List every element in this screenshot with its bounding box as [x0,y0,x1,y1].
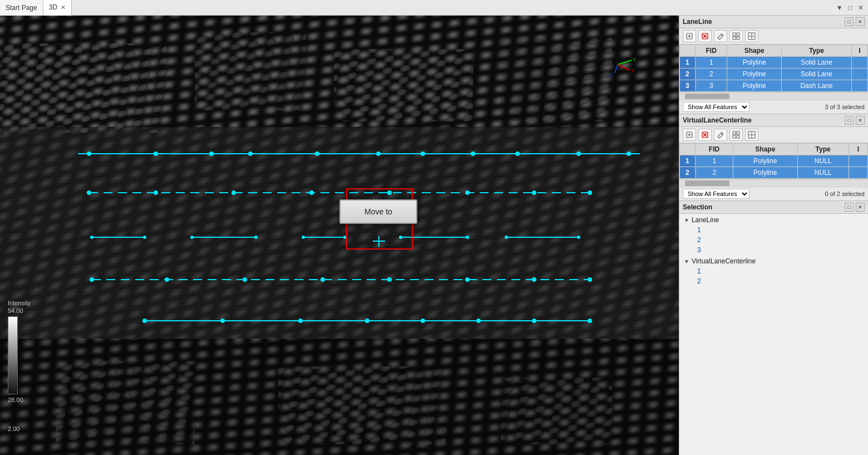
laneline-col-fid[interactable]: FID [696,45,727,57]
laneline-col-shape[interactable]: Shape [727,45,782,57]
laneline-row-fid: 3 [696,80,727,92]
tab-3d-close[interactable]: ✕ [61,4,66,11]
virtuallane-remove-btn[interactable] [698,129,712,141]
selection-group-laneline-header: ▼ LaneLine [684,216,864,224]
svg-rect-69 [733,33,736,36]
selection-virtuallane-item-2[interactable]: 2 [684,276,864,286]
selection-close-btn[interactable]: ✕ [856,203,865,212]
tab-start-page[interactable]: Start Page [0,0,43,16]
laneline-row-type: Solid Lane [781,57,851,69]
virtuallane-table-row[interactable]: 1 1 Polyline NULL [680,155,868,167]
tab-3d-label: 3D [49,3,57,11]
laneline-group-chevron[interactable]: ▼ [684,217,689,223]
laneline-edit-btn[interactable] [714,30,727,42]
laneline-merge-btn[interactable] [745,30,758,42]
selection-win-btns: □ ✕ [845,203,865,212]
virtuallane-col-fid[interactable]: FID [696,144,733,155]
selection-laneline-item-3[interactable]: 3 [684,245,864,255]
virtuallane-table: FID Shape Type I 1 1 Polyline NULL 2 2 P… [679,143,868,179]
virtuallane-col-shape[interactable]: Shape [733,144,798,155]
move-to-popup[interactable]: Move to [339,199,417,224]
svg-rect-71 [733,37,736,40]
virtuallane-row-fid: 2 [696,167,733,179]
virtuallane-add-btn[interactable] [683,129,696,141]
selection-group-virtuallane: ▼ VirtualLaneCenterline 1 2 [684,257,864,286]
virtuallane-win-btns: □ ✕ [845,116,865,125]
laneline-table-row[interactable]: 1 1 Polyline Solid Lane [680,57,868,69]
laneline-row-type: Dash Lane [781,80,851,92]
laneline-table-row[interactable]: 3 3 Polyline Dash Lane [680,80,868,92]
virtuallane-group-chevron[interactable]: ▼ [684,258,689,265]
virtuallane-row-fid: 1 [696,155,733,167]
virtuallane-row-shape: Polyline [733,155,798,167]
intensity-bar-row [8,315,31,395]
laneline-row-fid: 2 [696,69,727,80]
laneline-close-btn[interactable]: ✕ [856,17,865,26]
svg-rect-84 [737,131,739,134]
virtuallane-row-type: NULL [797,167,849,179]
laneline-row-i [851,80,867,92]
laneline-col-i[interactable]: I [851,45,867,57]
laneline-header: LaneLine □ ✕ [679,16,868,28]
intensity-min: 2.00 [8,425,31,432]
virtuallane-scrollbar[interactable] [679,179,868,187]
virtuallane-restore-btn[interactable]: □ [845,116,854,125]
laneline-remove-btn[interactable] [698,30,712,42]
virtuallane-toolbar [679,127,868,143]
laneline-row-i [851,69,867,80]
virtuallane-merge-btn[interactable] [745,129,758,141]
selection-virtuallane-label: VirtualLaneCenterline [692,257,756,265]
virtuallane-edit-btn[interactable] [714,129,727,141]
selection-tree: ▼ LaneLine 1 2 3 ▼ VirtualLaneCenterline… [679,214,868,291]
laneline-col-rownum[interactable] [680,45,696,57]
virtuallane-footer: Show All Features 0 of 2 selected [679,187,868,200]
intensity-scale: Intensity 54.00 28.00 2.00 [8,300,31,432]
laneline-row-num: 1 [680,57,696,69]
virtuallane-split-btn[interactable] [729,129,743,141]
laneline-restore-btn[interactable]: □ [845,17,854,26]
virtuallane-col-i[interactable]: I [849,144,867,155]
virtuallane-show-features-select[interactable]: Show All Features [683,189,749,199]
selection-laneline-item-2[interactable]: 2 [684,235,864,245]
tab-close-all-btn[interactable]: ✕ [856,3,866,13]
selection-laneline-label: LaneLine [692,216,719,224]
virtuallane-row-i [849,155,867,167]
laneline-table-row[interactable]: 2 2 Polyline Solid Lane [680,69,868,80]
virtuallane-row-shape: Polyline [733,167,798,179]
tab-dropdown-btn[interactable]: ▼ [834,3,845,13]
virtuallane-col-rownum[interactable] [680,144,696,155]
laneline-toolbar [679,28,868,45]
virtuallane-table-scroll[interactable]: FID Shape Type I 1 1 Polyline NULL 2 2 P… [679,143,868,179]
tab-restore-btn[interactable]: □ [846,3,855,13]
laneline-row-shape: Polyline [727,80,782,92]
virtuallane-col-type[interactable]: Type [797,144,849,155]
selection-virtuallane-item-1[interactable]: 1 [684,266,864,276]
virtuallane-row-num: 1 [680,155,696,167]
virtuallane-scrollbar-thumb[interactable] [685,180,729,186]
viewport-3d[interactable]: Y X Z Move to Intensity 54.00 28.00 2.00 [0,16,679,455]
virtuallane-table-row[interactable]: 2 2 Polyline NULL [680,167,868,179]
intensity-max: 54.00 [8,307,31,314]
virtuallane-row-num: 2 [680,167,696,179]
laneline-table: FID Shape Type I 1 1 Polyline Solid Lane… [679,45,868,92]
laneline-footer: Show All Features 3 of 3 selected [679,100,868,114]
main-area: Y X Z Move to Intensity 54.00 28.00 2.00 [0,16,868,455]
laneline-scrollbar[interactable] [679,92,868,100]
laneline-scrollbar-thumb[interactable] [685,94,729,99]
laneline-col-type[interactable]: Type [781,45,851,57]
tab-3d[interactable]: 3D ✕ [43,0,72,16]
svg-rect-86 [737,135,739,138]
laneline-split-btn[interactable] [729,30,743,42]
laneline-show-features-select[interactable]: Show All Features [683,102,749,112]
selection-laneline-item-1[interactable]: 1 [684,225,864,235]
laneline-add-btn[interactable] [683,30,696,42]
selection-panel: Selection □ ✕ ▼ LaneLine 1 2 3 [679,201,868,455]
laneline-table-scroll[interactable]: FID Shape Type I 1 1 Polyline Solid Lane… [679,45,868,92]
selection-restore-btn[interactable]: □ [845,203,854,212]
svg-rect-70 [737,33,739,36]
laneline-row-num: 2 [680,69,696,80]
tab-controls: ▼ □ ✕ [834,3,868,13]
virtuallane-close-btn[interactable]: ✕ [856,116,865,125]
laneline-row-type: Solid Lane [781,69,851,80]
move-to-label: Move to [364,207,392,216]
